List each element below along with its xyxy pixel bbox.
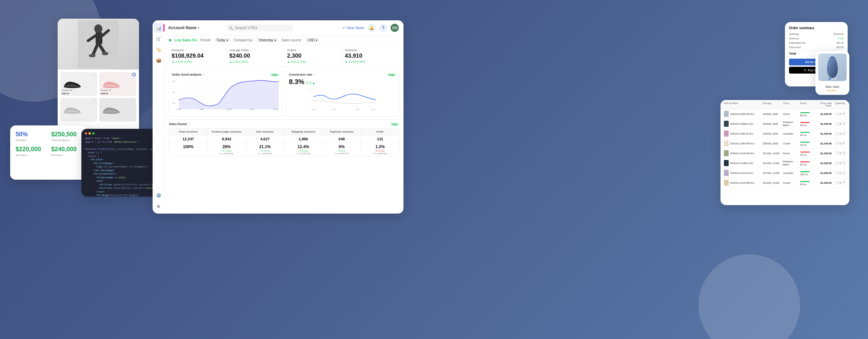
- funnel-section: Sales funnel ℹ High Total sessions Produ…: [165, 120, 403, 159]
- funnel-val-4: 648: [323, 135, 361, 143]
- funnel-val-0: 12,247: [169, 135, 208, 143]
- avatar[interactable]: GH: [391, 24, 399, 32]
- qty-minus-button[interactable]: −: [835, 112, 839, 116]
- hero-image: [58, 19, 139, 69]
- qty-minus-button[interactable]: −: [835, 171, 839, 175]
- svg-text:60: 60: [173, 91, 175, 94]
- help-button[interactable]: ?: [379, 24, 387, 32]
- orders-label: Orders ↑: [287, 48, 339, 52]
- col-quantity: Quantity: [834, 102, 846, 107]
- notifications-button[interactable]: 🔔: [368, 24, 376, 32]
- revenue-metric-item: Revenue ↑ $108,929.04 ▲ 2,416 (13%): [169, 48, 226, 63]
- sessions-value: 43,910: [345, 53, 397, 59]
- qty-minus-button[interactable]: −: [835, 122, 839, 126]
- qty-plus-button[interactable]: +: [842, 151, 846, 155]
- funnel-pct-4: 6% +2 p.p. vs. yesterday: [323, 143, 361, 156]
- svg-text:1: 1: [310, 106, 311, 108]
- funnel-title: Sales funnel ℹ High: [169, 122, 399, 126]
- vase-stars: ★★★★☆: [827, 89, 839, 92]
- search-icon: 🔍: [229, 26, 233, 30]
- funnel-header: Total sessions Product page sessions Car…: [169, 128, 399, 135]
- qty-minus-button[interactable]: −: [835, 151, 839, 155]
- table-row[interactable]: S0523U-512LVD-EU 521GB | 12GB Lavender 1…: [721, 168, 849, 178]
- svg-text:12PM: 12PM: [273, 108, 279, 110]
- revenue-delta: ▲ 2,416 (13%): [172, 60, 223, 63]
- qty-plus-button[interactable]: +: [842, 161, 846, 165]
- revenue-value: $108,929.04: [172, 53, 223, 59]
- source-button[interactable]: USD ▾: [305, 38, 319, 43]
- funnel-val-3: 1,886: [284, 135, 323, 143]
- qty-minus-button[interactable]: −: [835, 132, 839, 136]
- account-name-label: Account Name: [168, 25, 197, 30]
- period-button[interactable]: Today ▾: [214, 38, 230, 43]
- svg-text:12PM: 12PM: [371, 108, 375, 111]
- col-price: Price with Taxes: [814, 102, 832, 107]
- order-title: Order summary: [789, 26, 844, 30]
- nav-right: ↗ View Store 🔔 ? GH: [342, 24, 399, 32]
- qty-minus-button[interactable]: −: [835, 141, 839, 145]
- fill-rate-value: 50%: [16, 131, 47, 138]
- chevron-down-icon: ▾: [198, 26, 199, 29]
- vase-name: Blue Vase: [826, 85, 839, 88]
- funnel-col-shipping: Shipping sessions: [284, 128, 323, 135]
- qty-minus-button[interactable]: −: [835, 181, 839, 185]
- col-stock: Stock: [800, 102, 812, 107]
- product-thumb-4[interactable]: ♡: [99, 98, 136, 122]
- qty-plus-button[interactable]: +: [842, 132, 846, 136]
- search-box[interactable]: 🔍: [225, 24, 293, 31]
- product-thumb-1[interactable]: Sneaker 33 $390.00 ♡: [60, 72, 97, 96]
- table-row[interactable]: S0523U-256GRN-EU 256GB | 8GB Green 89 un…: [721, 109, 849, 119]
- order-delivery-row: Delivery Free: [789, 37, 844, 40]
- sidebar-icon-zoom[interactable]: ⊕: [154, 201, 163, 211]
- sidebar-icon-products[interactable]: 📦: [154, 56, 163, 65]
- ad-sales-value: $220,000: [16, 146, 47, 153]
- compare-button[interactable]: Yesterday ▾: [256, 38, 278, 43]
- table-row[interactable]: S0523U-512GRM-EU 521GB | 12GB Cream 64 u…: [721, 178, 849, 188]
- conversion-delta: 3.3 ▲: [307, 81, 316, 85]
- sidebar-icon-analytics[interactable]: 📊: [154, 23, 163, 33]
- table-row[interactable]: S0523U-512BLK-EU 521GB | 12GB Phantom Bl…: [721, 158, 849, 168]
- col-storage: Storage: [763, 102, 780, 107]
- funnel-col-order: Order: [361, 128, 399, 135]
- product-thumb-3[interactable]: ♡: [60, 98, 97, 122]
- view-store-button[interactable]: ↗ View Store: [342, 26, 364, 30]
- qty-plus-button[interactable]: +: [842, 141, 846, 145]
- funnel-values-row: 12,247 8,942 4,627 1,886 648 131: [169, 135, 399, 143]
- order-trend-svg: 80 60 40 0AM 6AM 12AM: [172, 78, 279, 112]
- funnel-pct-2: 21.1% +2.1 p.p. vs. yesterday: [246, 143, 284, 156]
- table-row[interactable]: S0523U-256LVD-EU 256GB | 8GB Lavender 90…: [721, 129, 849, 139]
- product-thumb-2[interactable]: Sneaker 04 $398.00: [99, 72, 136, 96]
- table-row[interactable]: S0523U-256CRM-EU 256GB | 8GB Cream 40 un…: [721, 139, 849, 148]
- conversion-value: 8.3%: [289, 78, 304, 86]
- search-input[interactable]: [235, 26, 290, 30]
- live-dot: [169, 39, 171, 41]
- order-discounts-row: Discounts -$3.05: [789, 46, 844, 49]
- sessions-metric-item: Sessions ↑ 43,910 ▲ 2,416 (13%): [342, 48, 399, 63]
- sidebar-icon-catalog[interactable]: 🏷️: [154, 45, 163, 54]
- main-dashboard: ▼ Account Name ▾ 🔍 ↗ View Store 🔔 ? GH 📊…: [153, 20, 403, 214]
- stats-bar: Live Sales On Period: Today ▾ Compare by…: [165, 36, 403, 45]
- table-row[interactable]: S0523U-512GRN-EU 521GB | 12GB Green 18 u…: [721, 148, 849, 158]
- orders-value: 2,300: [287, 53, 339, 59]
- funnel-col-product: Product page sessions: [208, 128, 246, 135]
- funnel-pct-1: 26% +4.1 p.p. vs. yesterday: [208, 143, 246, 156]
- sidebar-icon-settings[interactable]: ⚙️: [154, 191, 163, 200]
- funnel-pct-0: 100%: [169, 143, 208, 156]
- qty-plus-button[interactable]: +: [842, 171, 846, 175]
- sessions-label: Sessions ↑: [345, 48, 397, 52]
- qty-plus-button[interactable]: +: [842, 122, 846, 126]
- runner-image: [78, 20, 119, 68]
- funnel-val-1: 8,942: [208, 135, 246, 143]
- qty-plus-button[interactable]: +: [842, 181, 846, 185]
- sidebar-icon-orders[interactable]: 🛒: [154, 34, 163, 43]
- table-row[interactable]: S0523U-256BLK-EU 256GB | 8GB Phantom Bla…: [721, 119, 849, 129]
- qty-plus-button[interactable]: +: [842, 112, 846, 116]
- account-name-button[interactable]: Account Name ▾: [168, 25, 199, 30]
- order-subtotal-row: Subtotal $230.00: [789, 33, 844, 36]
- vase-card: Blue Vase ★★★★☆: [815, 51, 849, 95]
- svg-text:80: 80: [173, 80, 175, 83]
- qty-minus-button[interactable]: −: [835, 161, 839, 165]
- order-trend-badge: High: [270, 73, 279, 77]
- svg-text:0AM: 0AM: [312, 108, 315, 111]
- code-editor-card: import React from 'react'; import * as F…: [81, 129, 156, 197]
